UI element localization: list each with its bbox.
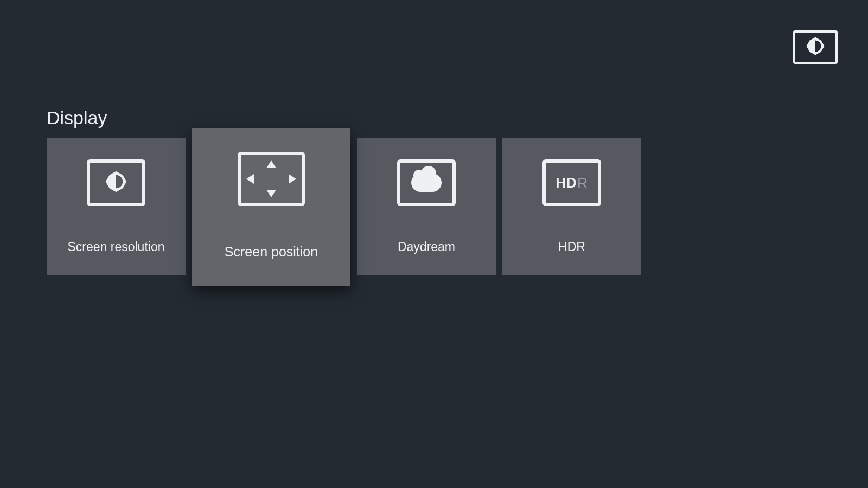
tile-screen-resolution[interactable]: Screen resolution <box>47 138 186 275</box>
screen-frame-icon: HDR <box>542 159 601 206</box>
tile-daydream[interactable]: Daydream <box>357 138 496 275</box>
hdr-faded: R <box>577 175 588 191</box>
arrow-left-icon <box>246 174 254 184</box>
screen-frame-icon <box>238 152 305 206</box>
section-title: Display <box>47 107 107 129</box>
tile-label: Daydream <box>398 240 455 254</box>
arrow-right-icon <box>289 174 296 184</box>
hdr-icon: HDR <box>556 175 588 191</box>
hdr-bold: HD <box>556 175 577 191</box>
brightness-icon <box>105 170 127 195</box>
position-arrows-icon <box>241 155 302 203</box>
tile-label: Screen resolution <box>68 240 165 254</box>
arrow-up-icon <box>266 160 276 168</box>
display-tiles-row: Screen resolution Screen position Daydre… <box>47 138 641 286</box>
arrow-down-icon <box>266 190 276 197</box>
tile-screen-position[interactable]: Screen position <box>192 128 350 286</box>
tile-label: Screen position <box>225 244 318 260</box>
screen-frame-icon <box>397 159 456 206</box>
header-display-icon <box>793 30 838 64</box>
cloud-icon <box>411 174 442 192</box>
brightness-icon <box>806 36 825 58</box>
tile-hdr[interactable]: HDR HDR <box>502 138 641 275</box>
screen-frame-icon <box>87 159 145 206</box>
tile-label: HDR <box>558 240 585 254</box>
